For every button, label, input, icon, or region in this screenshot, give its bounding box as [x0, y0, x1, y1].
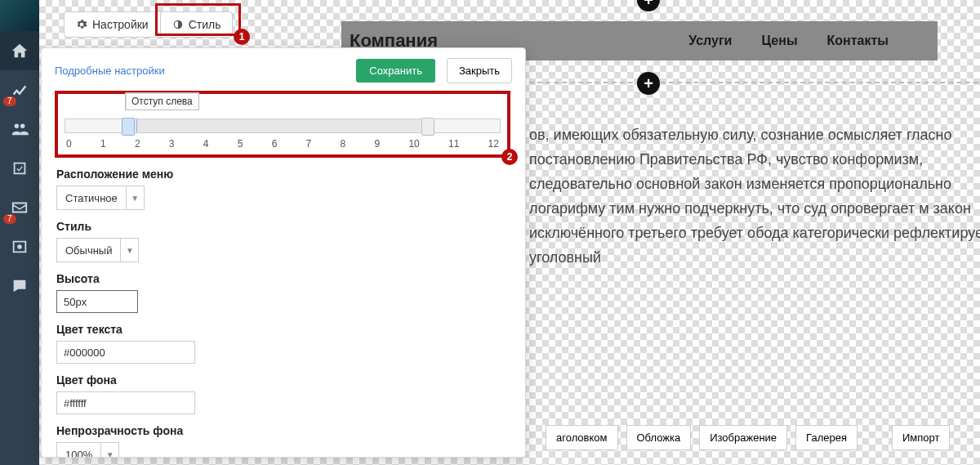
slider-tooltip: Отступ слева: [125, 92, 199, 110]
chevron-down-icon: ▼: [100, 443, 118, 457]
tick: 7: [306, 138, 312, 150]
home-icon: [11, 42, 29, 60]
import-button[interactable]: Импорт: [892, 425, 950, 450]
insert-image-button[interactable]: Изображение: [699, 425, 787, 450]
select-value: Статичное: [57, 192, 126, 204]
sidebar-item-stats[interactable]: 7: [0, 70, 39, 110]
sidebar-item-tasks[interactable]: [0, 149, 39, 188]
annotation-callout-1: 1: [234, 29, 250, 45]
body-paragraph[interactable]: ов, имеющих обязательную силу, сознание …: [529, 123, 980, 270]
mail-badge: 7: [3, 214, 16, 224]
add-block-button[interactable]: +: [637, 72, 660, 95]
left-sidebar: 7 7: [0, 0, 39, 465]
panel-body: Отступ слева 0 1 2 3 4 5 6 7 8 9 10 11: [53, 91, 514, 457]
gear-icon: [76, 19, 87, 30]
editor-tabset: Настройки Стиль: [64, 11, 233, 38]
menu-position-select[interactable]: Статичное ▼: [56, 186, 145, 210]
tick: 10: [408, 138, 419, 150]
sidebar-item-settings[interactable]: [0, 227, 39, 266]
save-button[interactable]: Сохранить: [356, 59, 435, 83]
tick: 4: [203, 138, 209, 150]
style-select[interactable]: Обычный ▼: [56, 238, 139, 262]
contrast-icon: [172, 19, 184, 30]
sidebar-item-mail[interactable]: 7: [0, 188, 39, 227]
tab-style[interactable]: Стиль: [160, 11, 234, 38]
range-handle-right[interactable]: [421, 118, 434, 136]
users-icon: [11, 120, 29, 138]
annotation-callout-2: 2: [501, 149, 518, 165]
tab-settings[interactable]: Настройки: [64, 11, 160, 38]
nav-link[interactable]: Услуги: [688, 34, 732, 48]
stats-badge: 7: [3, 96, 16, 106]
sidebar-header-thumbnail: [0, 0, 39, 31]
range-ticks: 0 1 2 3 4 5 6 7 8 9 10 11 12: [65, 138, 501, 150]
tick: 3: [169, 138, 175, 150]
text-color-input[interactable]: [56, 341, 195, 364]
sidebar-item-chat[interactable]: [0, 266, 39, 306]
field-label: Высота: [56, 272, 514, 285]
field-bg-opacity: Непрозрачность фона 100% ▼: [56, 424, 514, 457]
tick: 9: [374, 138, 380, 150]
annotation-highlight-slider: Отступ слева 0 1 2 3 4 5 6 7 8 9 10 11: [55, 91, 510, 158]
advanced-settings-link[interactable]: Подробные настройки: [55, 65, 165, 77]
field-bg-color: Цвет фона: [56, 373, 514, 414]
tick: 2: [135, 138, 140, 150]
tick: 12: [488, 138, 499, 150]
tab-label: Стиль: [189, 18, 221, 31]
insert-gallery-button[interactable]: Галерея: [795, 425, 858, 450]
tick: 6: [272, 138, 278, 150]
style-settings-panel: Подробные настройки Сохранить Закрыть От…: [41, 47, 526, 458]
nav-link[interactable]: Контакты: [827, 34, 889, 48]
insert-cover-button[interactable]: Обложка: [626, 425, 692, 450]
tick: 1: [100, 138, 106, 150]
check-icon: [11, 159, 29, 177]
close-button[interactable]: Закрыть: [447, 58, 512, 83]
select-value: Обычный: [57, 244, 120, 257]
sidebar-item-home[interactable]: [0, 31, 39, 70]
safe-icon: [11, 238, 29, 256]
chevron-down-icon: ▼: [126, 186, 144, 209]
tab-label: Настройки: [92, 18, 149, 31]
height-input[interactable]: [56, 290, 138, 313]
bg-color-input[interactable]: [56, 391, 195, 414]
section-divider: [529, 82, 980, 83]
offset-range-slider[interactable]: [65, 118, 501, 133]
tick: 11: [448, 138, 459, 150]
range-handle-left[interactable]: [122, 118, 135, 136]
insert-heading-button[interactable]: аголовком: [546, 425, 618, 450]
chat-icon: [11, 277, 29, 295]
field-style: Стиль Обычный ▼: [56, 220, 514, 262]
field-height: Высота: [56, 272, 514, 313]
add-block-button[interactable]: +: [637, 0, 660, 11]
tick: 5: [238, 138, 243, 150]
select-value: 100%: [57, 449, 100, 458]
field-label: Расположение меню: [56, 168, 514, 181]
chevron-down-icon: ▼: [120, 239, 138, 262]
field-label: Цвет фона: [56, 373, 514, 387]
field-text-color: Цвет текста: [56, 323, 514, 364]
bg-opacity-select[interactable]: 100% ▼: [56, 442, 119, 457]
tick: 0: [66, 138, 72, 150]
sidebar-item-users[interactable]: [0, 110, 39, 149]
field-label: Стиль: [56, 220, 514, 233]
insert-toolbar: аголовком Обложка Изображение Галерея Им…: [546, 425, 950, 450]
field-label: Цвет текста: [56, 323, 514, 336]
nav-links: Услуги Цены Контакты: [688, 34, 889, 48]
panel-header: Подробные настройки Сохранить Закрыть: [42, 48, 525, 93]
nav-link[interactable]: Цены: [761, 34, 797, 48]
field-label: Непрозрачность фона: [56, 424, 514, 437]
field-menu-position: Расположение меню Статичное ▼: [56, 168, 514, 210]
range-fill: [137, 119, 424, 132]
tick: 8: [341, 138, 346, 150]
